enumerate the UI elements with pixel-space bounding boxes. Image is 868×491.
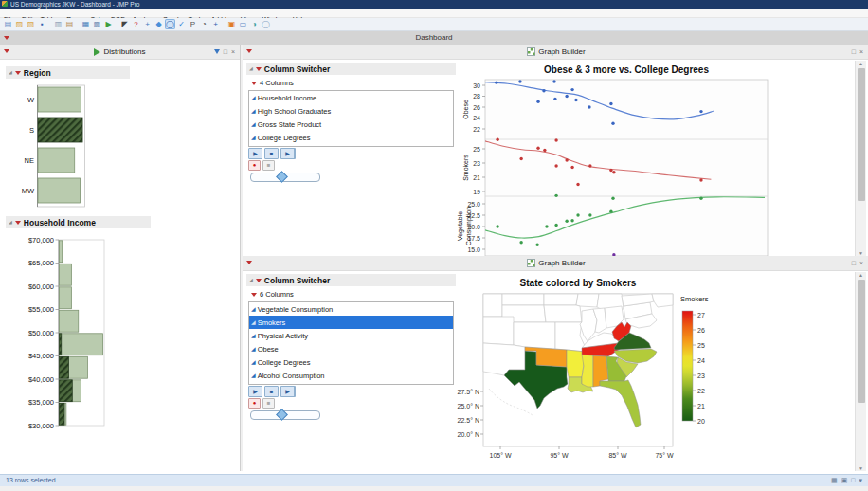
selection-icon[interactable]: ▣ [226, 19, 237, 29]
slider-thumb[interactable] [276, 171, 288, 183]
scrollbar-top[interactable]: ▲ ▼ [855, 61, 866, 256]
data-point-vegetable-consumption[interactable] [545, 225, 548, 227]
income-bin-2[interactable] [60, 287, 72, 309]
column-count-red-triangle-menu[interactable] [251, 293, 257, 297]
data-point-vegetable-consumption[interactable] [570, 219, 573, 222]
distributions-red-triangle-menu[interactable] [4, 49, 9, 53]
pause-button[interactable]: ■ [262, 398, 275, 409]
switcher-top-item-household-income[interactable]: ◢Household Income [249, 91, 453, 104]
scrollbar-thumb[interactable] [858, 280, 865, 403]
state-iowa[interactable] [544, 305, 582, 322]
status-dropdown-icon[interactable]: ▾ [859, 477, 862, 483]
filter-icon[interactable] [214, 49, 220, 54]
data-point-obese[interactable] [542, 89, 545, 92]
dashboard-red-triangle-menu[interactable] [4, 36, 9, 40]
window-list-icon[interactable]: ▭ [238, 19, 248, 29]
switcher-speed-slider-bottom[interactable] [250, 410, 320, 420]
data-point-obese[interactable] [574, 99, 577, 101]
data-point-smokers[interactable] [543, 149, 546, 152]
data-point-smokers[interactable] [565, 158, 568, 161]
data-point-vegetable-consumption[interactable] [496, 225, 498, 227]
switcher-top-item-high-school-graduates[interactable]: ◢High School Graduates [249, 104, 453, 118]
data-point-obese[interactable] [565, 95, 568, 98]
distributions-close-button[interactable]: × [229, 45, 237, 59]
data-point-smokers[interactable] [699, 178, 702, 181]
status-box-icon[interactable]: □ [851, 477, 855, 483]
state-minnesota[interactable] [544, 294, 578, 305]
switcher-bottom-item-alcohol-consumption[interactable]: ◢Alcohol Consumption [249, 369, 453, 382]
state-wyoming[interactable] [483, 294, 502, 317]
data-point-vegetable-consumption[interactable] [611, 197, 614, 200]
data-point-vegetable-consumption[interactable] [576, 213, 579, 216]
state-mississippi[interactable] [582, 355, 593, 387]
region-bar-ne[interactable] [38, 148, 75, 173]
switcher-bottom-item-obese[interactable]: ◢Obese [249, 342, 453, 355]
column-switcher-top-red-triangle-menu[interactable] [256, 67, 262, 71]
run-script-icon[interactable]: ▶ [103, 19, 114, 29]
data-point-vegetable-consumption[interactable] [565, 220, 568, 223]
data-point-obese[interactable] [699, 110, 702, 113]
data-point-obese[interactable] [536, 100, 539, 103]
data-point-obese[interactable] [609, 102, 612, 105]
data-point-vegetable-consumption[interactable] [535, 244, 538, 246]
data-point-vegetable-consumption[interactable] [519, 241, 522, 244]
data-point-vegetable-consumption[interactable] [609, 209, 612, 212]
column-switcher-bottom-outline-header[interactable]: ◢ Column Switcher [246, 274, 456, 286]
region-bar-s[interactable] [38, 118, 82, 142]
graph-builder-bottom-red-triangle-menu[interactable] [246, 261, 252, 264]
record-button[interactable]: ● [248, 398, 261, 409]
region-bar-mw[interactable] [38, 178, 81, 203]
data-point-obese[interactable] [518, 80, 521, 82]
column-switcher-top-outline-header[interactable]: ◢ Column Switcher [246, 63, 456, 75]
zoom-in-tool-icon[interactable]: + [210, 19, 221, 29]
step-button[interactable]: ▶ [280, 148, 296, 159]
data-point-vegetable-consumption[interactable] [588, 213, 591, 216]
play-button[interactable]: ▶ [248, 386, 262, 397]
switcher-bottom-item-physical-activity[interactable]: ◢Physical Activity [249, 329, 453, 342]
crosshair-tool-icon[interactable]: ✓ [176, 19, 187, 29]
oval-icon[interactable]: ◯ [261, 19, 271, 29]
open-icon[interactable]: ▨ [14, 19, 25, 29]
record-button[interactable]: ● [248, 160, 261, 171]
annotate-tool-icon[interactable]: P [188, 19, 198, 29]
hand-tool-icon[interactable]: + [142, 19, 153, 29]
income-bin-selected-6[interactable] [60, 380, 73, 402]
paste-icon[interactable]: ▤ [64, 19, 75, 29]
disclosure-icon[interactable]: ◢ [9, 220, 12, 225]
data-point-smokers[interactable] [588, 164, 591, 167]
data-point-smokers[interactable] [536, 147, 539, 150]
state-kansas[interactable] [514, 322, 555, 349]
data-point-smokers[interactable] [612, 171, 615, 173]
switcher-speed-slider-top[interactable] [250, 173, 320, 182]
scrollbar-thumb[interactable] [858, 68, 865, 201]
status-grid-icon[interactable]: ▦ [831, 477, 838, 483]
open-journal-icon[interactable]: ▧ [26, 19, 36, 29]
new-data-table-icon[interactable]: ▤ [3, 19, 13, 29]
data-point-smokers[interactable] [519, 157, 522, 160]
region-bar-w[interactable] [38, 87, 81, 112]
data-point-obese[interactable] [611, 122, 614, 125]
data-point-vegetable-consumption[interactable] [554, 194, 557, 197]
state-colorado[interactable] [483, 317, 514, 345]
state-wisconsin[interactable] [576, 294, 599, 307]
data-point-smokers[interactable] [570, 166, 573, 169]
scroll-up-icon[interactable]: ▲ [856, 272, 866, 278]
column-count-red-triangle-menu[interactable] [251, 82, 257, 85]
income-bin-selected-7[interactable] [60, 403, 65, 425]
income-red-triangle-menu[interactable] [15, 221, 21, 225]
help-tool-icon[interactable]: ? [131, 19, 141, 29]
data-point-smokers[interactable] [554, 164, 557, 167]
pause-button[interactable]: ■ [262, 160, 275, 171]
clear-icon[interactable]: ◑ [249, 19, 260, 29]
data-point-obese[interactable] [495, 81, 497, 83]
brush-tool-icon[interactable]: ◆ [154, 19, 164, 29]
disclosure-icon[interactable]: ◢ [249, 278, 253, 282]
graph-builder-top-red-triangle-menu[interactable] [246, 49, 252, 53]
graph-builder-top-close-button[interactable]: × [858, 45, 865, 59]
data-point-vegetable-consumption[interactable] [554, 224, 557, 227]
lasso-tool-icon[interactable]: ◯ [165, 19, 175, 29]
magnifier-tool-icon[interactable]: ◔ [199, 19, 209, 29]
data-point-smokers[interactable] [576, 183, 579, 186]
switcher-top-item-gross-state-product[interactable]: ◢Gross State Product [249, 118, 453, 131]
income-bin-selected-4[interactable] [60, 334, 62, 355]
